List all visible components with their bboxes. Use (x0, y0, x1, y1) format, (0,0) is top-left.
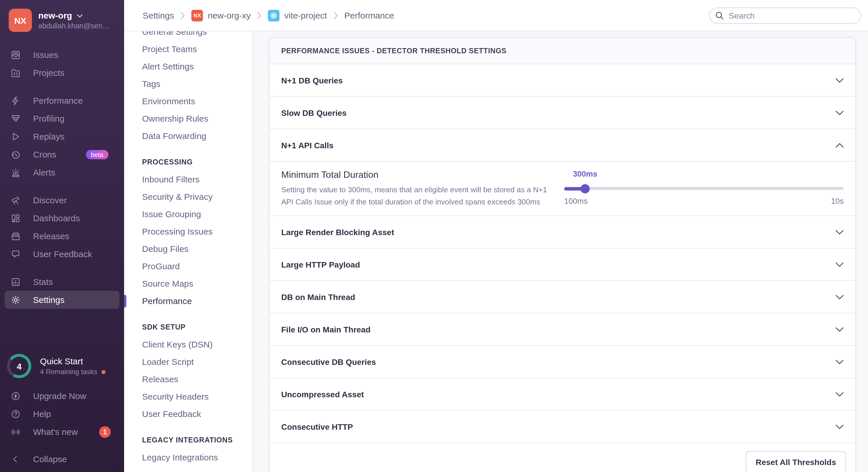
search-box (709, 7, 861, 24)
duration-slider: 300ms 100ms 10s (564, 170, 844, 207)
settings-nav-proguard[interactable]: ProGuard (142, 258, 252, 275)
sidebar-item-label: Crons (33, 149, 56, 159)
settings-nav-performance[interactable]: Performance (142, 293, 252, 310)
sidebar-item-user-feedback[interactable]: User Feedback (0, 245, 124, 263)
settings-nav-security-headers[interactable]: Security Headers (142, 388, 252, 405)
settings-nav-debug-files[interactable]: Debug Files (142, 240, 252, 258)
sidebar-item-label: Upgrade Now (33, 391, 86, 401)
slider-min-label: 100ms (564, 197, 588, 206)
breadcrumb-separator-icon (180, 11, 185, 20)
breadcrumb-project[interactable]: vite-project (268, 9, 327, 21)
org-switcher[interactable]: NX new-org abdullah.khan@sen… (0, 0, 124, 39)
settings-nav-processing-issues[interactable]: Processing Issues (142, 223, 252, 240)
sidebar-item-replays[interactable]: Replays (0, 127, 124, 145)
sidebar-item-issues[interactable]: Issues (0, 46, 124, 64)
breadcrumb-current-page: Performance (344, 10, 394, 20)
reset-all-thresholds-button[interactable]: Reset All Thresholds (746, 451, 846, 472)
accordion-row-slow-db-queries[interactable]: Slow DB Queries (270, 97, 855, 129)
quickstart-title: Quick Start (40, 356, 105, 367)
gear-icon (10, 295, 21, 305)
settings-nav-security-privacy[interactable]: Security & Privacy (142, 188, 252, 206)
settings-nav-issue-grouping[interactable]: Issue Grouping (142, 206, 252, 223)
accordion-row-n1-api-calls[interactable]: N+1 API Calls (270, 129, 855, 162)
accordion-row-db-on-main-thread[interactable]: DB on Main Thread (270, 281, 855, 313)
chevron-up-icon (836, 143, 844, 147)
accordion-row-large-http-payload[interactable]: Large HTTP Payload (270, 248, 855, 281)
settings-nav-alert-settings[interactable]: Alert Settings (142, 58, 252, 75)
sidebar-item-label: Replays (33, 131, 64, 141)
settings-nav-source-maps[interactable]: Source Maps (142, 275, 252, 293)
breadcrumb-organization[interactable]: NX new-org-xy (191, 9, 250, 21)
sidebar-item-discover[interactable]: Discover (0, 191, 124, 209)
chevron-down-icon (836, 424, 844, 429)
accordion-row-uncompressed-asset[interactable]: Uncompressed Asset (270, 378, 855, 411)
org-avatar: NX (9, 9, 32, 32)
sidebar-item-label: Performance (33, 96, 83, 105)
sidebar-collapse-button[interactable]: Collapse (0, 450, 124, 468)
sidebar-item-whats-new[interactable]: What's new 1 (0, 423, 124, 441)
issues-icon (10, 49, 21, 60)
sidebar-item-label: Dashboards (33, 213, 80, 223)
settings-nav-environments[interactable]: Environments (142, 93, 252, 110)
settings-nav-tags[interactable]: Tags (142, 75, 252, 93)
main-content: PERFORMANCE ISSUES - DETECTOR THRESHOLD … (253, 31, 868, 472)
accordion-row-consecutive-http[interactable]: Consecutive HTTP (270, 411, 855, 443)
settings-nav-loader-script[interactable]: Loader Script (142, 353, 252, 371)
sidebar-item-alerts[interactable]: Alerts (0, 163, 124, 181)
breadcrumb: Settings NX new-org-xy vite-project Perf… (143, 9, 394, 21)
chevron-down-icon (836, 110, 844, 115)
settings-nav-data-forwarding[interactable]: Data Forwarding (142, 127, 252, 145)
quick-start-item[interactable]: 4 Quick Start 4 Remaining tasks (0, 354, 124, 378)
sidebar-item-help[interactable]: Help (0, 405, 124, 423)
sidebar-item-label: Issues (33, 50, 58, 60)
breadcrumb-settings[interactable]: Settings (143, 10, 174, 20)
sidebar-nav: Issues Projects Performance Profiling (0, 39, 124, 318)
panel-title: PERFORMANCE ISSUES - DETECTOR THRESHOLD … (270, 38, 855, 64)
primary-sidebar: NX new-org abdullah.khan@sen… Issues (0, 0, 124, 472)
slider-track[interactable] (564, 187, 844, 190)
sidebar-item-crons[interactable]: Crons beta (0, 145, 124, 163)
user-feedback-icon (10, 249, 21, 259)
sidebar-item-settings[interactable]: Settings (5, 291, 119, 309)
sentry-app: NX new-org abdullah.khan@sen… Issues (0, 0, 868, 472)
accordion-row-n1-db-queries[interactable]: N+1 DB Queries (270, 64, 855, 97)
org-chip-icon: NX (191, 9, 203, 21)
sidebar-item-releases[interactable]: Releases (0, 227, 124, 245)
accordion-row-large-render-blocking-asset[interactable]: Large Render Blocking Asset (270, 216, 855, 248)
chevron-down-icon (76, 12, 84, 20)
help-icon (10, 409, 21, 419)
sidebar-item-label: Alerts (33, 167, 55, 177)
alerts-icon (10, 167, 21, 177)
profiling-icon (10, 113, 21, 124)
accordion-row-consecutive-db-queries[interactable]: Consecutive DB Queries (270, 346, 855, 378)
panel-footer: Reset All Thresholds (270, 443, 855, 472)
sidebar-item-profiling[interactable]: Profiling (0, 109, 124, 127)
settings-nav-client-keys[interactable]: Client Keys (DSN) (142, 336, 252, 353)
accordion-row-file-io-on-main-thread[interactable]: File I/O on Main Thread (270, 313, 855, 346)
sidebar-item-stats[interactable]: Stats (0, 273, 124, 291)
search-input[interactable] (709, 7, 861, 24)
sidebar-item-label: Settings (33, 295, 64, 305)
sidebar-item-dashboards[interactable]: Dashboards (0, 209, 124, 227)
settings-nav-inbound-filters[interactable]: Inbound Filters (142, 171, 252, 188)
notification-dot (101, 370, 105, 374)
settings-nav-legacy-integrations[interactable]: Legacy Integrations (142, 449, 252, 466)
sidebar-item-label: Collapse (33, 454, 67, 464)
react-logo-icon (268, 9, 280, 21)
settings-nav-releases[interactable]: Releases (142, 371, 252, 388)
sidebar-item-label: What's new (33, 427, 78, 437)
sidebar-item-upgrade-now[interactable]: Upgrade Now (0, 387, 124, 405)
sidebar-item-label: Help (33, 409, 51, 419)
projects-icon (10, 67, 21, 78)
slider-handle[interactable] (580, 184, 590, 193)
setting-label: Minimum Total Duration (281, 170, 558, 180)
org-name: new-org (38, 10, 72, 21)
settings-nav-project-teams[interactable]: Project Teams (142, 40, 252, 58)
slider-max-label: 10s (831, 197, 844, 206)
settings-nav-ownership-rules[interactable]: Ownership Rules (142, 110, 252, 127)
search-icon (715, 11, 724, 20)
broadcast-icon (10, 427, 21, 437)
settings-nav-user-feedback[interactable]: User Feedback (142, 405, 252, 423)
sidebar-item-projects[interactable]: Projects (0, 64, 124, 82)
sidebar-item-performance[interactable]: Performance (0, 92, 124, 109)
